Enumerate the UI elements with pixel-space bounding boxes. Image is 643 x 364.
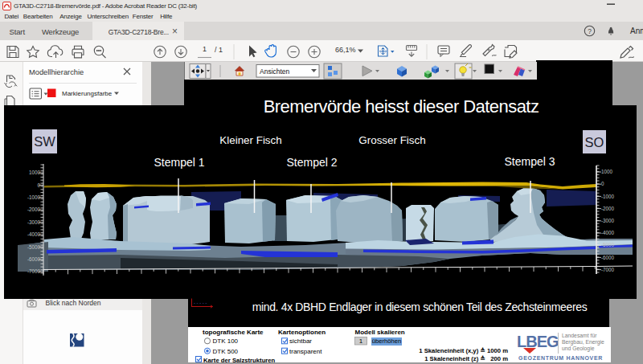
svg-text:-3000: -3000: [27, 219, 41, 225]
svg-text:-7000: -7000: [27, 268, 41, 274]
svg-text:0: 0: [37, 182, 40, 188]
svg-text:-5000: -5000: [601, 242, 615, 247]
svg-text:SW: SW: [34, 134, 55, 149]
svg-text:Stempel 1: Stempel 1: [154, 156, 204, 169]
svg-text:0: 0: [601, 181, 604, 186]
svg-text:-2000: -2000: [27, 207, 41, 212]
svg-text:1000: 1000: [29, 170, 41, 175]
svg-text:Ansichten: Ansichten: [260, 67, 290, 76]
svg-text:-1000: -1000: [27, 194, 41, 200]
svg-text:-3000: -3000: [601, 218, 615, 223]
svg-text:SO: SO: [585, 135, 604, 149]
svg-text:-2000: -2000: [601, 206, 615, 211]
svg-text:-5000: -5000: [27, 244, 41, 250]
svg-text:-1000: -1000: [601, 194, 615, 199]
svg-text:-4000: -4000: [27, 231, 41, 237]
svg-text:Stempel 2: Stempel 2: [286, 156, 337, 169]
svg-text:-6000: -6000: [601, 255, 615, 260]
svg-text:-6000: -6000: [27, 256, 41, 262]
svg-text:Stempel 3: Stempel 3: [504, 155, 555, 168]
svg-text:Bremervörde heisst dieser Date: Bremervörde heisst dieser Datensatz: [264, 96, 539, 117]
svg-text:mind. 4x DBHD Endlager in dies: mind. 4x DBHD Endlager in diesem schönen…: [252, 301, 588, 313]
svg-text:Grosser Fisch: Grosser Fisch: [358, 134, 425, 146]
svg-text:-7000: -7000: [601, 267, 615, 272]
svg-text:Kleiner Fisch: Kleiner Fisch: [219, 134, 281, 146]
svg-text:1000: 1000: [601, 169, 613, 174]
svg-text:-4000: -4000: [601, 230, 615, 235]
